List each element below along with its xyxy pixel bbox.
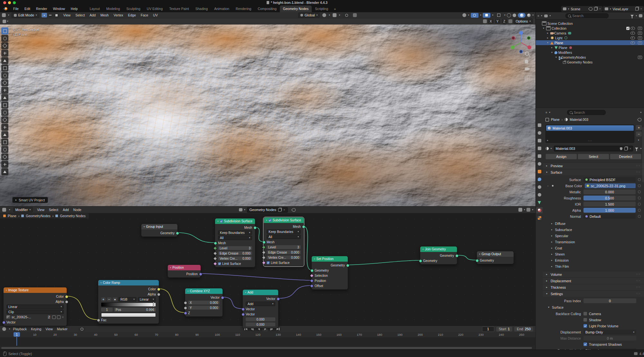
node-link[interactable] [278, 285, 311, 298]
socket[interactable] [184, 312, 187, 315]
unlink-node-tree-icon[interactable]: × [283, 208, 285, 212]
node-dropdown[interactable]: Clip▾ [6, 310, 64, 314]
node-link[interactable] [158, 289, 185, 313]
node-header[interactable]: ▾Join Geometry [420, 246, 457, 252]
node-join-geometry[interactable]: ▾Join GeometryGeometryGeometry [420, 246, 457, 265]
socket[interactable] [2, 321, 5, 324]
node-dropdown[interactable]: Add▾ [246, 302, 275, 306]
decorator[interactable] [638, 178, 641, 181]
timeline-menu-view[interactable]: View [45, 327, 53, 331]
properties-tab-scene[interactable] [536, 153, 543, 159]
properties-tab-material[interactable] [536, 207, 543, 213]
node-menu-select[interactable]: Select [49, 208, 58, 212]
unlink-icon[interactable]: × [599, 7, 601, 11]
socket[interactable] [221, 296, 224, 299]
operator-panel-smart-uv-project[interactable]: ▸Smart UV Project [12, 197, 48, 203]
decorator[interactable] [638, 197, 641, 199]
node-value-field[interactable]: Vertex Cre...0.000 [267, 256, 301, 260]
node-add[interactable]: ▾AddVectorAdd▾VectorVector0.0000.000 [242, 289, 279, 328]
node-combine-xyz[interactable]: ▾Combine XYZVectorX0.000Y0.000Z [185, 288, 223, 317]
socket[interactable] [176, 232, 179, 235]
alpha-field[interactable]: 1.000 [583, 208, 636, 213]
navigation-gizmo[interactable] [507, 29, 535, 56]
timeline-menu-playback[interactable]: Playback [13, 327, 27, 331]
node-group-output[interactable]: ▾Group OutputGeometry [477, 251, 514, 264]
mirror-x-toggle[interactable]: X [488, 19, 494, 24]
snap-magnet-icon[interactable] [333, 13, 336, 17]
current-frame-field[interactable]: 1 [482, 326, 494, 332]
tab-animation[interactable]: Animation [211, 5, 232, 12]
auto-keying-toggle[interactable] [78, 327, 86, 332]
color-ramp-gradient[interactable] [101, 303, 156, 307]
tool-inset-faces[interactable] [1, 101, 8, 109]
viewport-menu-mesh[interactable]: Mesh [100, 13, 109, 17]
breadcrumb-geometry-nodes[interactable]: Geometry Nodes [60, 214, 85, 218]
material-slot-active[interactable]: Material.003 [546, 125, 634, 131]
scene-selector[interactable]: ▾ Scene × [561, 6, 603, 12]
remove-stop-button[interactable]: − [107, 297, 111, 302]
outliner-row-camera[interactable]: ▸Camera [536, 31, 644, 35]
subpanel-thin-film[interactable]: ▸Thin Film [543, 263, 644, 269]
pin-icon[interactable] [588, 6, 593, 12]
disable-render-icon[interactable] [638, 32, 642, 35]
frame-start-field[interactable]: Start1 [496, 327, 512, 332]
subpanel-diffuse[interactable]: ▸Diffuse [543, 220, 644, 227]
material-preview-shading-icon[interactable] [518, 13, 526, 18]
minimize-window-icon[interactable] [8, 1, 11, 4]
displacement-dropdown[interactable]: Bump Only▾ [583, 330, 636, 334]
tab-sculpting[interactable]: Sculpting [123, 5, 144, 12]
subpanel-subsurface[interactable]: ▸Subsurface [543, 227, 644, 233]
tool-edge-slide[interactable] [1, 153, 8, 160]
frame-end-field[interactable]: End250 [514, 327, 533, 332]
zoom-icon[interactable] [525, 52, 530, 57]
tool-rotate[interactable] [1, 57, 8, 64]
panel-volume[interactable]: ▸Volume⁙⁙ [543, 271, 644, 277]
hide-viewport-icon[interactable] [630, 36, 635, 40]
node-tree-icon[interactable] [239, 208, 242, 211]
mode-dropdown[interactable]: Edit Mode▾ [12, 13, 39, 18]
outliner-search-input[interactable]: Search [565, 13, 609, 18]
falloff-curve-icon[interactable] [353, 13, 357, 17]
node-link[interactable] [222, 297, 242, 309]
node-subsurf-1[interactable]: ▾Subdivision SurfaceMeshKeep Boundaries▾… [215, 218, 255, 267]
active-stop-color[interactable] [101, 313, 156, 317]
shadow-checkbox[interactable] [583, 318, 587, 322]
outliner-row-plane[interactable]: ▾Plane [536, 40, 644, 45]
interpolation-dropdown[interactable]: Linear▾ [138, 297, 156, 302]
show-overlays-toggle[interactable] [483, 13, 490, 18]
wireframe-shading-icon[interactable] [507, 13, 511, 17]
timeline-track[interactable] [0, 337, 535, 346]
socket[interactable] [157, 288, 160, 291]
expand-down-icon[interactable]: ▾ [554, 56, 558, 59]
node-value-field[interactable]: Edge Crease0.000 [267, 250, 301, 255]
node-value-field[interactable]: 0.000 [246, 323, 275, 327]
new-material-icon[interactable] [624, 147, 628, 150]
camera-checkbox[interactable] [583, 312, 587, 315]
copy-icon[interactable] [594, 7, 597, 11]
panel-settings[interactable]: ▾Settings⁙⁙ [543, 290, 644, 297]
node-menu-add[interactable]: Add [63, 208, 69, 212]
copy-node-tree-icon[interactable] [278, 208, 281, 212]
properties-tab-particles[interactable] [536, 184, 543, 190]
node-group-input[interactable]: ▾Group InputGeometry [141, 224, 178, 237]
node-link[interactable] [66, 296, 98, 320]
tool-transform[interactable] [1, 72, 8, 79]
socket[interactable] [65, 300, 68, 304]
socket[interactable] [184, 306, 187, 310]
pin-icon[interactable] [637, 117, 642, 122]
tab-scripting[interactable]: Scripting [312, 5, 331, 12]
show-visibility-icon[interactable] [462, 13, 466, 17]
metallic-field[interactable]: 0.000 [583, 189, 636, 194]
tab-compositing[interactable]: Compositing [254, 5, 279, 12]
tab-uv-editing[interactable]: UV Editing [144, 5, 166, 12]
panel-preview[interactable]: ▸Preview⁙⁙ [543, 162, 644, 169]
expand-down-icon[interactable]: ▾ [550, 51, 554, 54]
node-value-field[interactable]: Y0.000 [188, 306, 220, 310]
hide-viewport-icon[interactable] [630, 32, 635, 35]
normal-field[interactable]: Default [583, 214, 636, 219]
decorator[interactable] [638, 190, 641, 193]
close-window-icon[interactable] [3, 1, 6, 4]
tool-smooth[interactable] [1, 146, 8, 153]
resize-grip[interactable]: ⁙⁙ [588, 140, 592, 142]
node-tree-name-field[interactable]: Geometry Nodes × [247, 207, 288, 213]
